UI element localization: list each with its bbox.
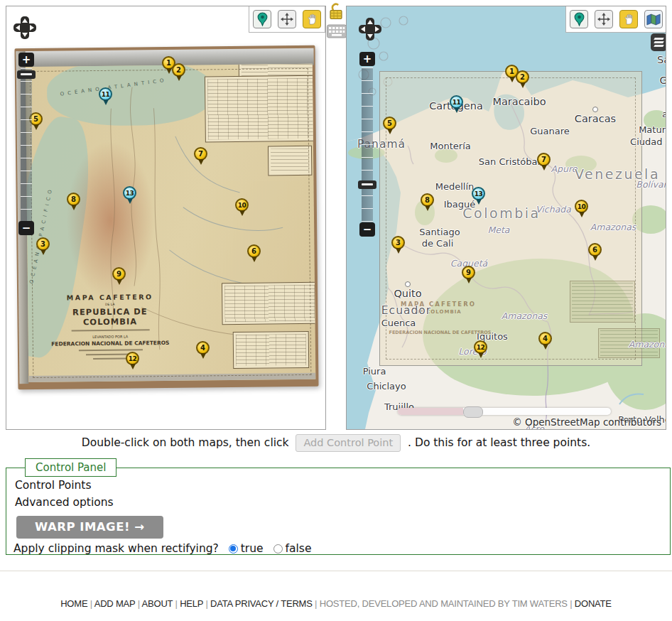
control-point-marker-12[interactable]: 12 — [126, 352, 139, 365]
control-point-marker-12[interactable]: 12 — [474, 340, 487, 354]
pan-dpad[interactable] — [13, 16, 37, 40]
zoom-handle[interactable] — [358, 180, 376, 189]
clipping-true-radio[interactable] — [229, 544, 238, 554]
control-point-marker-2[interactable]: 2 — [516, 70, 529, 84]
control-point-marker-7[interactable]: 7 — [537, 153, 551, 166]
map-label: Chiclayo — [367, 381, 406, 392]
map-label: Amazonas — [629, 339, 666, 350]
map-label: Ciudad Gu — [630, 136, 666, 147]
hand-icon — [306, 13, 318, 26]
footer-separator: | — [173, 598, 180, 609]
lock-maps-toggle[interactable] — [327, 2, 345, 21]
control-point-marker-6[interactable]: 6 — [247, 244, 261, 258]
control-point-marker-2[interactable]: 2 — [172, 63, 185, 77]
control-point-marker-4[interactable]: 4 — [196, 341, 210, 355]
basemap-tool-button[interactable] — [644, 10, 663, 28]
control-point-marker-3[interactable]: 3 — [36, 237, 50, 251]
illegible-text-bar — [78, 349, 142, 351]
add-marker-tool-button[interactable] — [253, 10, 271, 28]
footer-link[interactable]: ABOUT — [142, 598, 173, 609]
move-marker-tool-button[interactable] — [278, 10, 296, 28]
right-map-toolbar — [565, 6, 666, 33]
keyboard-control-toggle[interactable] — [327, 23, 345, 42]
move-arrows-icon — [597, 13, 610, 26]
map-label: Maracaibo — [492, 96, 546, 107]
folded-map-icon — [646, 14, 661, 26]
control-point-marker-13[interactable]: 13 — [123, 186, 136, 200]
footer-divider — [0, 571, 672, 571]
map-label: Quito — [394, 288, 421, 299]
control-points-section-toggle[interactable]: Control Points — [15, 479, 670, 492]
control-point-marker-7[interactable]: 7 — [194, 147, 207, 161]
pan-dpad[interactable] — [358, 17, 382, 41]
control-point-marker-11[interactable]: 11 — [99, 87, 112, 101]
map-label: Guanare — [530, 126, 570, 136]
control-point-marker-13[interactable]: 13 — [472, 187, 485, 200]
map-label: Bolívar — [636, 179, 666, 190]
map-label: Piura — [363, 366, 386, 377]
footer-link[interactable]: DATA PRIVACY / TERMS — [210, 598, 313, 609]
map-label: G — [659, 75, 666, 86]
zoom-out-button[interactable]: − — [359, 222, 375, 237]
source-map-image[interactable]: OCEANO ATLANTICO OCEANO PACIFICO MAPA CA… — [14, 45, 318, 389]
control-point-marker-6[interactable]: 6 — [588, 243, 602, 256]
layers-button[interactable] — [651, 33, 666, 51]
zoom-in-button[interactable]: + — [18, 53, 34, 67]
footer-link[interactable]: HELP — [180, 598, 203, 609]
control-point-marker-3[interactable]: 3 — [391, 236, 405, 249]
clipping-true-label[interactable]: true — [241, 542, 264, 555]
control-point-marker-10[interactable]: 10 — [235, 198, 249, 212]
clipping-false-label[interactable]: false — [286, 542, 312, 555]
osm-map-panel[interactable]: MAPA CAFETERO DE COLOMBIA FEDERACION NAC… — [346, 6, 666, 430]
advanced-options-section-toggle[interactable]: Advanced options — [15, 496, 670, 509]
footer-separator: | — [203, 598, 210, 609]
move-arrows-icon — [281, 13, 293, 26]
map-distance-table — [205, 75, 315, 143]
town-dot-icon — [405, 281, 411, 287]
control-point-marker-11[interactable]: 11 — [450, 95, 463, 109]
map-label: Santiago — [419, 227, 460, 237]
footer-link[interactable]: DONATE — [575, 598, 612, 609]
overlay-table-box — [570, 281, 635, 323]
instruction-line: Double-click on both maps, then click Ad… — [0, 434, 672, 452]
control-point-marker-8[interactable]: 8 — [67, 193, 80, 206]
control-point-marker-8[interactable]: 8 — [421, 193, 434, 207]
map-label: Sa — [657, 54, 666, 65]
add-marker-tool-button[interactable] — [570, 10, 588, 28]
control-point-marker-9[interactable]: 9 — [462, 266, 475, 279]
map-inset-table — [233, 331, 310, 369]
map-pin-icon — [257, 12, 268, 26]
add-control-point-button[interactable]: Add Control Point — [296, 434, 401, 452]
overlay-opacity-slider[interactable] — [398, 408, 611, 415]
map-label: Apure — [551, 163, 578, 174]
map-label: de Cali — [422, 238, 454, 249]
map-label: Amazonas — [502, 310, 548, 321]
warp-image-button[interactable]: WARP IMAGE! → — [16, 516, 163, 539]
source-map-panel[interactable]: OCEANO ATLANTICO OCEANO PACIFICO MAPA CA… — [6, 6, 326, 430]
opacity-slider-handle[interactable] — [463, 406, 483, 418]
clipping-mask-row: Apply clipping mask when rectifying? tru… — [13, 542, 670, 555]
footer-link[interactable]: ADD MAP — [94, 598, 136, 609]
control-point-marker-10[interactable]: 10 — [575, 200, 588, 213]
zoom-track[interactable] — [21, 68, 32, 221]
pan-tool-button[interactable] — [619, 10, 638, 28]
clipping-false-radio[interactable] — [273, 544, 283, 554]
map-label: Cuenca — [381, 318, 416, 328]
map-label: a — [662, 109, 666, 119]
footer-link[interactable]: HOME — [60, 598, 87, 609]
control-point-marker-9[interactable]: 9 — [112, 267, 126, 281]
instruction-before: Double-click on both maps, then click — [82, 436, 289, 449]
pan-tool-button[interactable] — [303, 10, 321, 28]
control-panel-legend: Control Panel — [25, 458, 116, 477]
zoom-out-button[interactable]: − — [18, 221, 34, 235]
zoom-handle[interactable] — [17, 70, 36, 79]
zoom-in-button[interactable]: + — [359, 52, 375, 66]
illegible-text-bar — [71, 329, 149, 331]
control-point-marker-4[interactable]: 4 — [538, 332, 552, 345]
control-panel: Control Panel Control Points Advanced op… — [6, 458, 671, 555]
zoom-track[interactable] — [362, 68, 373, 222]
clipping-mask-question: Apply clipping mask when rectifying? — [13, 542, 219, 555]
footer-separator: | — [313, 598, 320, 609]
move-marker-tool-button[interactable] — [595, 10, 613, 28]
control-point-marker-5[interactable]: 5 — [383, 117, 396, 130]
